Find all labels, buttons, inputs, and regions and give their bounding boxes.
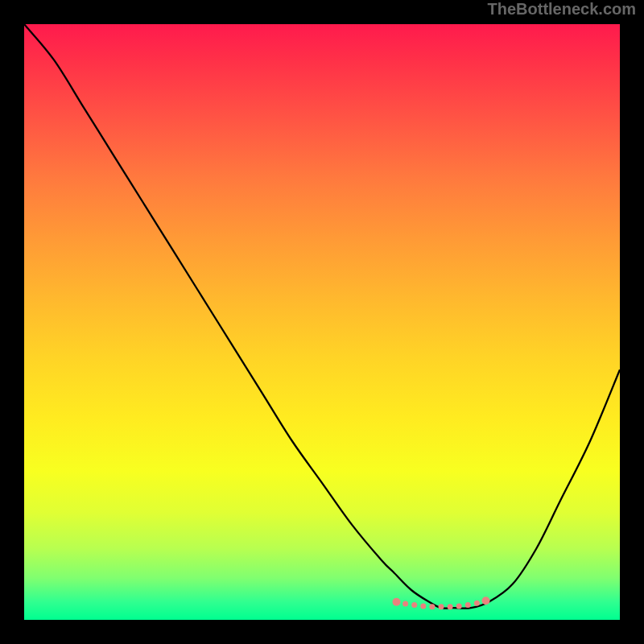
highlight-marker xyxy=(429,604,435,609)
highlight-marker xyxy=(439,604,444,609)
highlight-marker xyxy=(465,602,471,608)
highlight-marker xyxy=(411,602,417,608)
bottleneck-curve xyxy=(24,24,620,609)
highlight-marker xyxy=(456,603,462,609)
highlight-marker xyxy=(474,601,480,606)
highlight-marker xyxy=(402,601,408,607)
highlight-marker xyxy=(448,604,453,609)
highlight-marker xyxy=(393,598,401,606)
watermark-text: TheBottleneck.com xyxy=(488,0,636,19)
highlight-marker xyxy=(420,603,426,609)
highlight-marker xyxy=(482,597,490,605)
chart-svg xyxy=(24,24,620,620)
